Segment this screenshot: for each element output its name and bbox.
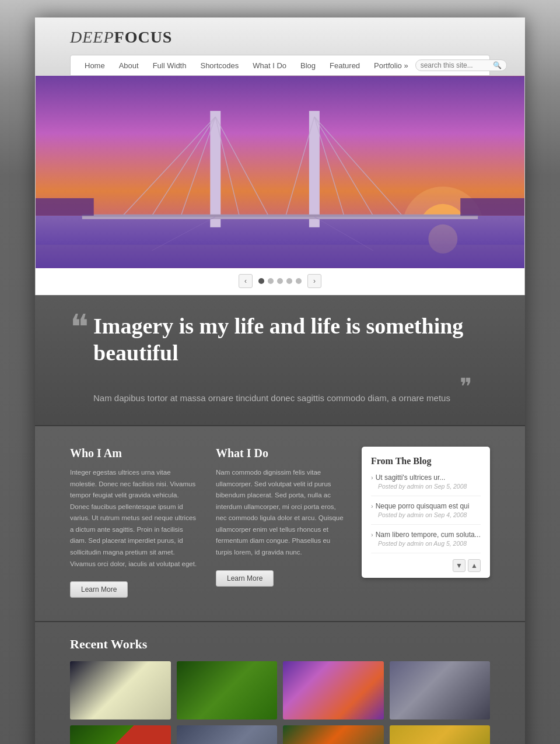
nav-featured[interactable]: Featured xyxy=(323,57,367,75)
blog-arrow-icon: › xyxy=(371,474,373,481)
logo-focus: FOCUS xyxy=(114,28,173,46)
site-logo: DEEPFOCUS xyxy=(70,28,490,47)
slider-dot-3[interactable] xyxy=(277,278,283,284)
blog-item-2: › Neque porro quisquam est qui Posted by… xyxy=(371,502,481,525)
quote-body: Nam dapibus tortor at massa ornare tinci… xyxy=(93,370,490,405)
svg-rect-18 xyxy=(460,198,524,216)
work-thumb-pier-overcast[interactable] xyxy=(390,661,491,720)
logo-deep: DEEP xyxy=(70,28,114,46)
work-thumb-baby-birds[interactable] xyxy=(177,725,278,744)
nav-items: Home About Full Width Shortcodes What I … xyxy=(78,57,415,75)
blog-nav-down[interactable]: ▼ xyxy=(453,559,466,572)
slider-dots xyxy=(258,278,302,284)
navigation: Home About Full Width Shortcodes What I … xyxy=(70,55,490,76)
quote-section: ❝ Imagery is my life and life is somethi… xyxy=(35,295,525,425)
slider-dot-4[interactable] xyxy=(286,278,292,284)
what-i-do-learn-more[interactable]: Learn More xyxy=(216,570,274,587)
blog-item-3-meta: Posted by admin on Aug 5, 2008 xyxy=(378,540,481,547)
search-box[interactable]: 🔍 xyxy=(415,59,507,71)
quote-title: Imagery is my life and life is something… xyxy=(93,313,490,366)
blog-arrow-icon-2: › xyxy=(371,503,373,510)
blog-nav-up[interactable]: ▲ xyxy=(468,559,481,572)
who-i-am-column: Who I Am Integer egestas ultrices urna v… xyxy=(70,447,198,598)
blog-item-2-title[interactable]: › Neque porro quisquam est qui xyxy=(371,502,481,510)
blog-item-1-title[interactable]: › Ut sagitti's ultrices ur... xyxy=(371,473,481,482)
who-i-am-learn-more[interactable]: Learn More xyxy=(70,581,128,598)
slider-dot-5[interactable] xyxy=(296,278,302,284)
work-thumb-green-leaves[interactable] xyxy=(177,661,278,720)
blog-item-3: › Nam libero tempore, cum soluta... Post… xyxy=(371,531,481,553)
work-thumb-wheat-field[interactable] xyxy=(390,725,491,744)
blog-item-3-title[interactable]: › Nam libero tempore, cum soluta... xyxy=(371,531,481,539)
search-input[interactable] xyxy=(421,61,491,69)
blog-widget: From The Blog › Ut sagitti's ultrices ur… xyxy=(362,447,490,578)
recent-works-section: Recent Works Enter The Gallery xyxy=(35,621,525,744)
blog-nav: ▼ ▲ xyxy=(371,559,481,572)
blog-item-2-meta: Posted by admin on Sep 4, 2008 xyxy=(378,511,481,518)
who-i-am-body: Integer egestas ultrices urna vitae mole… xyxy=(70,467,198,570)
blog-widget-title: From The Blog xyxy=(371,456,481,466)
search-icon: 🔍 xyxy=(493,61,502,69)
bridge-illustration xyxy=(36,76,524,268)
nav-home[interactable]: Home xyxy=(78,57,112,75)
slider-image xyxy=(36,76,524,268)
nav-whati-do[interactable]: What I Do xyxy=(246,57,293,75)
slider-controls: ‹ › xyxy=(36,268,524,295)
nav-blog[interactable]: Blog xyxy=(293,57,323,75)
hero-slider: ‹ › xyxy=(35,76,525,295)
work-thumb-dandelion[interactable] xyxy=(70,661,171,720)
svg-rect-22 xyxy=(36,245,524,268)
slider-dot-1[interactable] xyxy=(258,278,264,284)
svg-rect-17 xyxy=(36,198,94,216)
what-i-do-body: Nam commodo dignissim felis vitae ullamc… xyxy=(216,467,344,558)
nav-fullwidth[interactable]: Full Width xyxy=(146,57,194,75)
blog-arrow-icon-3: › xyxy=(371,531,373,538)
slider-next[interactable]: › xyxy=(307,274,321,288)
blog-column: From The Blog › Ut sagitti's ultrices ur… xyxy=(362,447,490,578)
what-i-do-title: What I Do xyxy=(216,447,344,460)
work-thumb-red-bug-green[interactable] xyxy=(70,725,171,744)
blog-item-1: › Ut sagitti's ultrices ur... Posted by … xyxy=(371,473,481,496)
work-thumb-toucan[interactable] xyxy=(283,725,384,744)
slider-prev[interactable]: ‹ xyxy=(239,274,253,288)
quote-open-mark: ❝ xyxy=(70,319,89,336)
slider-dot-2[interactable] xyxy=(268,278,274,284)
what-i-do-column: What I Do Nam commodo dignissim felis vi… xyxy=(216,447,344,586)
nav-portfolio[interactable]: Portfolio » xyxy=(367,57,415,75)
svg-rect-16 xyxy=(82,215,478,217)
work-thumb-bridge-sunset[interactable] xyxy=(283,661,384,720)
nav-about[interactable]: About xyxy=(112,57,146,75)
content-grid: Who I Am Integer egestas ultrices urna v… xyxy=(70,447,490,598)
works-grid-bottom xyxy=(70,725,490,744)
nav-shortcodes[interactable]: Shortcodes xyxy=(193,57,246,75)
content-section: Who I Am Integer egestas ultrices urna v… xyxy=(35,425,525,621)
blog-item-1-meta: Posted by admin on Sep 5, 2008 xyxy=(378,483,481,490)
recent-works-title: Recent Works xyxy=(70,637,490,652)
who-i-am-title: Who I Am xyxy=(70,447,198,460)
quote-close-mark: ❞ xyxy=(454,374,473,400)
works-grid-top xyxy=(70,661,490,720)
